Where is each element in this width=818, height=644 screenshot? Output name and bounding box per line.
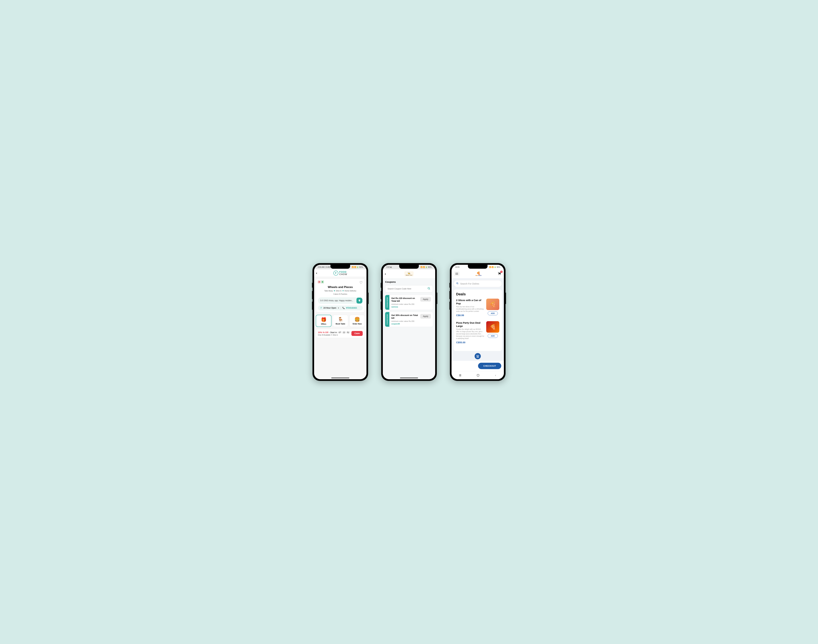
deals-section: Deals 2 Slices with a Can of Pop Pair an… [453,290,502,351]
table-icon: 🪑 [334,317,347,322]
phone-number[interactable]: 9724142421 [346,307,357,309]
coupon-code: coupon30 [391,323,419,325]
services-row: Take Away Dine In Home Delivery [318,290,363,292]
signal-icon: 📶 📶 🔋 [421,266,427,268]
coupon-minimum: minimum order value Rs.200 [391,303,419,305]
back-button[interactable]: ‹ [385,272,386,276]
home-indicator[interactable] [400,377,418,378]
chevron-down-icon[interactable]: ▼ [338,307,339,309]
apply-button[interactable]: Apply [420,314,431,319]
deal-description: Double the delight with our BOGO offer o… [456,328,484,340]
clock-icon: ⏱ [320,307,322,309]
signal-icon: 📶 📶 🔋 [489,266,496,268]
battery-pct: 80% [428,266,431,268]
coupon-brand-label: FOODCHOW [385,295,389,310]
menu-lines-icon [477,356,479,358]
category-text: Cakes N Pastries [318,293,363,295]
android-nav-bar: ‹ [451,371,504,379]
coupon-search-input[interactable] [388,288,428,290]
offer-percent: 10% % Off [318,331,328,334]
deal-image: 🍕 [486,299,499,310]
coupon-brand-label: FOODCHOW [385,312,389,327]
logo-icon: F [333,271,338,276]
app-header: ‹ F FOOD CHOW [314,269,367,277]
status-dot-icon: ◐ [390,266,392,268]
coupon-title: Get Rs.120 discount on Total bill [391,297,419,302]
veg-icon [321,281,324,283]
coupon-search[interactable] [385,285,433,292]
deal-name: Pizza Party Duo Deal Large [456,321,484,328]
coupon-code: samosa [391,306,419,308]
add-button[interactable]: ADD [488,311,498,315]
back-button[interactable]: ‹ [495,374,496,377]
gift-icon: 🎁 [317,317,330,322]
hours-text: 24 Hour Open [324,307,336,309]
deal-price: C$55.00 [456,341,484,344]
recents-button[interactable] [459,374,461,376]
svg-line-3 [458,284,458,284]
restaurant-card: ♡ Wheels and Pieces Take Away Dine In Ho… [316,279,365,313]
home-button[interactable] [477,374,479,376]
deal-name: 2 Slices with a Can of Pop [456,299,484,305]
home-indicator[interactable] [331,377,349,378]
coupon-card: FOODCHOW Get 30% discount on Total bill … [385,312,433,327]
cart-count-badge: 0 [500,271,503,273]
book-table-tab[interactable]: 🪑 Book Table [333,315,348,327]
claim-button[interactable]: Claim [351,331,363,336]
order-now-tab[interactable]: 🍔 Order Now [350,315,365,327]
back-button[interactable]: ‹ [316,271,317,275]
deal-item: Pizza Party Duo Deal Large Double the de… [456,321,499,347]
coupon-title: Get 30% discount on Total bill [391,314,419,319]
deal-description: Pair any two slices of our mouthwatering… [456,306,484,313]
checkout-button[interactable]: CHECKOUT [478,363,501,369]
offer-card: 10% % Off - Start in : 07 : 22 : 52 Only… [316,329,365,338]
location-pin-icon[interactable] [356,297,362,304]
checkout-bar: CHECKOUT [451,361,504,371]
foodchow-logo: F FOOD CHOW [333,271,347,276]
offer-timer: - Start in : 07 : 22 : 52 [329,331,349,334]
coupon-card: FOODCHOW Get Rs.120 discount on Total bi… [385,295,433,310]
offers-tab[interactable]: 🎁 Offers [316,315,331,327]
offer-availability: Only 20 Available [318,334,330,336]
deal-price: C$8.99 [456,314,484,317]
battery-pct: 86% [497,266,500,268]
status-time: 9:52 [387,266,390,268]
status-time: 9:55 AM | 9.4KB [318,266,331,268]
search-placeholder: Search For Dishes [460,282,479,285]
hours-phone-bar: ⏱ 24 Hour Open ▼ | 📞 9724142421 [318,305,363,310]
phone-icon[interactable]: 📞 [342,307,345,309]
search-bar[interactable]: Search For Dishes [453,280,502,287]
app-header: 🍕 BAY PIZZA 0 [451,269,504,278]
menu-button[interactable] [454,271,459,276]
search-icon[interactable] [428,287,430,291]
menu-fab[interactable]: MENU [474,353,481,359]
add-button[interactable]: ADD [488,334,498,338]
svg-point-0 [428,287,430,289]
deal-image: 🍕 [486,321,499,333]
favorite-icon[interactable]: ♡ [359,281,363,285]
deals-title: Deals [456,292,499,296]
status-time: 10:01 [455,266,460,268]
svg-point-2 [457,282,458,284]
food-icon: 🍔 [350,317,364,322]
nonveg-icon [318,281,321,283]
apply-button[interactable]: Apply [420,297,431,302]
deal-item: 2 Slices with a Can of Pop Pair any two … [456,299,499,319]
baypizza-logo: 🍕 BAY PIZZA [476,271,482,276]
offer-mode: Dine in [333,334,338,336]
coupon-minimum: minimum order value Rs.200 [391,320,419,322]
masterchef-logo: 👨‍🍳 Master Chef [404,271,414,276]
app-header: ‹ 👨‍🍳 Master Chef [383,269,435,278]
battery-pct: 81% [359,266,363,268]
coupons-title: Coupons [385,281,433,283]
address-text: G-5 SNS Arista, opp. Happy residen... [318,298,356,304]
address-bar[interactable]: G-5 SNS Arista, opp. Happy residen... [318,297,363,304]
cart-button[interactable]: 0 [498,271,501,276]
restaurant-name: Wheels and Pieces [318,285,363,289]
signal-icon: 📶 📶 🔋 [352,266,359,268]
svg-line-1 [429,289,430,290]
search-icon [456,282,459,285]
pizza-icon: 🍕 [476,271,480,275]
chef-icon: 👨‍🍳 [408,272,410,274]
